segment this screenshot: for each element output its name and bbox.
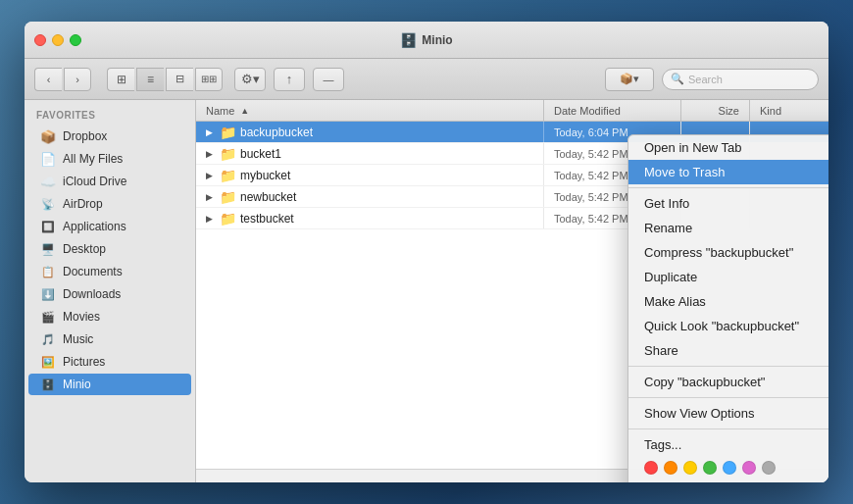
- sidebar-item-music[interactable]: 🎵 Music: [28, 328, 191, 350]
- applications-icon: 🔲: [40, 219, 56, 234]
- close-button[interactable]: [34, 34, 46, 46]
- window-title: 🗄️ Minio: [400, 32, 452, 48]
- forward-button[interactable]: ›: [64, 68, 91, 91]
- sidebar-item-all-my-files[interactable]: 📄 All My Files: [28, 148, 191, 170]
- sidebar-item-label: Desktop: [63, 242, 106, 256]
- tag-gray[interactable]: [762, 461, 776, 475]
- sidebar-item-label: Movies: [63, 310, 100, 324]
- airdrop-icon: 📡: [40, 196, 56, 212]
- traffic-lights: [34, 34, 81, 46]
- sidebar-item-documents[interactable]: 📋 Documents: [28, 261, 191, 282]
- pictures-icon: 🖼️: [40, 354, 56, 370]
- sidebar-item-icloud-drive[interactable]: ☁️ iCloud Drive: [28, 171, 191, 192]
- ctx-get-info[interactable]: Get Info: [628, 191, 828, 216]
- icon-view-button[interactable]: ⊞: [107, 68, 134, 91]
- ctx-duplicate[interactable]: Duplicate: [628, 265, 828, 289]
- sidebar-item-label: Applications: [63, 220, 126, 233]
- minio-icon: 🗄️: [40, 377, 56, 392]
- tag-red[interactable]: [644, 461, 658, 475]
- ctx-copy[interactable]: Copy "backupbucket": [628, 370, 828, 394]
- downloads-icon: ⬇️: [40, 286, 56, 302]
- list-view-button[interactable]: ≡: [136, 68, 164, 91]
- file-name: testbucket: [240, 212, 294, 226]
- share-button[interactable]: ↑: [274, 68, 305, 91]
- file-name-cell: ▶ 📁 bucket1: [196, 143, 544, 164]
- folder-icon: 📁: [220, 125, 236, 140]
- minimize-button[interactable]: [52, 34, 64, 46]
- window-title-icon: 🗄️: [400, 32, 417, 48]
- name-column-header[interactable]: Name ▲: [196, 100, 544, 121]
- file-name: bucket1: [240, 147, 281, 161]
- file-name-cell: ▶ 📁 newbucket: [196, 186, 544, 207]
- ctx-separator: [628, 397, 828, 398]
- ctx-separator: [628, 366, 828, 367]
- ctx-move-to-trash[interactable]: Move to Trash: [628, 160, 828, 184]
- tag-blue[interactable]: [723, 461, 736, 475]
- sidebar-item-minio[interactable]: 🗄️ Minio: [28, 374, 191, 395]
- sidebar-item-pictures[interactable]: 🖼️ Pictures: [28, 351, 191, 373]
- toolbar: ‹ › ⊞ ≡ ⊟ ⊞⊞ ⚙▾ ↑ — 📦▾ 🔍 Search: [25, 59, 828, 100]
- sidebar-item-label: AirDrop: [63, 197, 103, 211]
- action-button[interactable]: ⚙▾: [234, 68, 266, 91]
- ctx-compress[interactable]: Compress "backupbucket": [628, 240, 828, 265]
- search-box[interactable]: 🔍 Search: [662, 69, 819, 90]
- sidebar-item-label: iCloud Drive: [63, 175, 126, 188]
- sidebar-item-airdrop[interactable]: 📡 AirDrop: [28, 193, 191, 215]
- movies-icon: 🎬: [40, 309, 56, 325]
- dropbox-button[interactable]: 📦▾: [605, 68, 654, 91]
- ctx-quick-look[interactable]: Quick Look "backupbucket": [628, 314, 828, 338]
- disclosure-triangle: ▶: [202, 171, 216, 180]
- sidebar-item-downloads[interactable]: ⬇️ Downloads: [28, 283, 191, 305]
- ctx-share[interactable]: Share ▶: [628, 338, 828, 363]
- date-column-header[interactable]: Date Modified: [544, 100, 681, 121]
- tag-green[interactable]: [703, 461, 717, 475]
- disclosure-triangle: ▶: [202, 149, 216, 159]
- ctx-make-alias[interactable]: Make Alias: [628, 289, 828, 314]
- file-name: mybucket: [240, 169, 290, 182]
- ctx-open-new-tab[interactable]: Open in New Tab: [628, 135, 828, 160]
- tag-purple[interactable]: [742, 461, 756, 475]
- view-buttons: ⊞ ≡ ⊟ ⊞⊞: [107, 68, 223, 91]
- context-menu: Open in New Tab Move to Trash Get Info R…: [627, 134, 828, 482]
- back-button[interactable]: ‹: [34, 68, 62, 91]
- window-title-text: Minio: [422, 33, 452, 47]
- folder-icon: 📁: [220, 189, 236, 205]
- coverflow-view-button[interactable]: ⊞⊞: [195, 68, 223, 91]
- all-my-files-icon: 📄: [40, 151, 56, 167]
- icloud-icon: ☁️: [40, 174, 56, 189]
- file-name: backupbucket: [240, 126, 313, 139]
- sidebar: Favorites 📦 Dropbox 📄 All My Files ☁️ iC…: [25, 100, 196, 482]
- disclosure-triangle: ▶: [202, 192, 216, 202]
- file-name-cell: ▶ 📁 testbucket: [196, 208, 544, 228]
- sidebar-item-dropbox[interactable]: 📦 Dropbox: [28, 126, 191, 147]
- search-icon: 🔍: [671, 73, 684, 85]
- column-view-button[interactable]: ⊟: [166, 68, 193, 91]
- size-column-header[interactable]: Size: [681, 100, 750, 121]
- desktop-icon: 🖥️: [40, 241, 56, 257]
- sidebar-item-label: Downloads: [63, 287, 121, 301]
- folder-icon: 📁: [220, 211, 236, 227]
- finder-window: 🗄️ Minio ‹ › ⊞ ≡ ⊟ ⊞⊞ ⚙▾ ↑ — 📦▾ 🔍 Search…: [25, 22, 828, 482]
- tag-yellow[interactable]: [683, 461, 697, 475]
- search-placeholder: Search: [688, 74, 723, 85]
- maximize-button[interactable]: [70, 34, 81, 46]
- titlebar: 🗄️ Minio: [25, 22, 828, 59]
- file-name: newbucket: [240, 190, 296, 204]
- ctx-tags[interactable]: Tags...: [628, 432, 828, 457]
- music-icon: 🎵: [40, 331, 56, 347]
- nav-buttons: ‹ ›: [34, 68, 91, 91]
- sidebar-item-movies[interactable]: 🎬 Movies: [28, 306, 191, 328]
- sidebar-item-applications[interactable]: 🔲 Applications: [28, 216, 191, 237]
- ctx-show-view-options[interactable]: Show View Options: [628, 401, 828, 426]
- ctx-separator: [628, 187, 828, 188]
- tag-orange[interactable]: [664, 461, 677, 475]
- kind-column-header[interactable]: Kind: [750, 100, 828, 121]
- path-button[interactable]: —: [313, 68, 344, 91]
- sidebar-section-title: Favorites: [25, 100, 195, 125]
- folder-icon: 📁: [220, 146, 236, 162]
- sidebar-item-desktop[interactable]: 🖥️ Desktop: [28, 238, 191, 260]
- documents-icon: 📋: [40, 264, 56, 279]
- file-name-cell: ▶ 📁 backupbucket: [196, 122, 544, 142]
- sidebar-item-label: Dropbox: [63, 129, 107, 143]
- ctx-rename[interactable]: Rename: [628, 216, 828, 240]
